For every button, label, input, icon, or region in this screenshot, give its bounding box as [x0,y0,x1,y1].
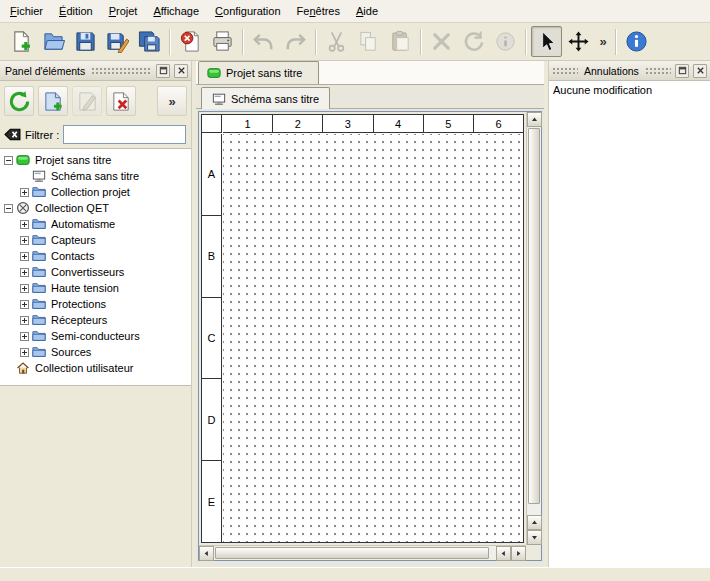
float-undo-button[interactable] [675,64,689,78]
expand-icon[interactable] [20,220,29,229]
hscroll-thumb[interactable] [215,547,489,559]
delete-element-icon [110,90,133,113]
tree-item-collection-qet[interactable]: Collection QET [0,200,191,216]
elements-panel-titlebar[interactable]: Panel d'éléments [0,61,191,81]
diagram-paper[interactable]: 123456 ABCDE [201,114,524,543]
expand-icon[interactable] [20,236,29,245]
undo-list: Aucune modification [549,81,710,567]
scroll-right-icon[interactable] [511,546,526,561]
scroll-down-icon[interactable] [527,530,542,545]
filter-input[interactable] [63,125,186,144]
undo-list-item[interactable]: Aucune modification [549,81,710,97]
tree-item-contacts[interactable]: Contacts [0,248,191,264]
about-qet-button[interactable] [621,26,652,57]
tree-item-haute-tension[interactable]: Haute tension [0,280,191,296]
expand-icon[interactable] [20,268,29,277]
new-doc-icon [10,30,33,53]
reload-collections-button[interactable] [4,86,34,116]
tree-item-recepteurs[interactable]: Récepteurs [0,312,191,328]
expand-icon[interactable] [20,348,29,357]
paste-button[interactable] [385,26,416,57]
paste-icon [389,30,412,53]
column-headers: 123456 [223,115,523,133]
tree-item-semi-conducteurs[interactable]: Semi-conducteurs [0,328,191,344]
tree-item-convertisseurs[interactable]: Convertisseurs [0,264,191,280]
expand-icon[interactable] [20,316,29,325]
tab-schema[interactable]: Schéma sans titre [201,87,330,109]
row-header-d: D [202,379,221,461]
folder-icon [32,345,46,359]
undo-panel-titlebar[interactable]: Annulations [549,61,710,81]
diagram-grid[interactable] [223,134,523,542]
save-all-button[interactable] [134,26,165,57]
horizontal-scrollbar[interactable] [199,545,526,560]
close-panel-button[interactable] [174,64,188,78]
tree-item-automatisme[interactable]: Automatisme [0,216,191,232]
delete-selection-button[interactable] [426,26,457,57]
redo-button[interactable] [280,26,311,57]
project-icon [207,66,221,80]
menu-edition[interactable]: Édition [51,2,101,20]
tree-item-label: Collection QET [33,202,111,214]
tree-item-sources[interactable]: Sources [0,344,191,360]
hscroll-track[interactable] [214,546,496,560]
float-panel-button[interactable] [156,64,170,78]
tree-item-schema-sans-titre[interactable]: Schéma sans titre [0,168,191,184]
menu-fichier[interactable]: Fichier [2,2,51,20]
edit-element-button[interactable] [72,86,102,116]
elements-toolbar-overflow-button[interactable]: » [157,86,187,116]
rotate-selection-button[interactable] [458,26,489,57]
filter-row: Filtrer : [0,118,191,148]
tree-item-label: Projet sans titre [33,154,113,166]
vscroll-track[interactable] [527,127,541,515]
close-undo-button[interactable] [693,64,707,78]
expand-icon[interactable] [20,188,29,197]
new-element-button[interactable] [38,86,68,116]
new-project-button[interactable] [6,26,37,57]
menu-projet[interactable]: Projet [101,2,146,20]
tree-item-collection-projet[interactable]: Collection projet [0,184,191,200]
expand-icon[interactable] [20,252,29,261]
selection-properties-button[interactable] [490,26,521,57]
info-blue-icon [625,30,648,53]
vscroll-thumb[interactable] [528,128,540,504]
open-project-button[interactable] [38,26,69,57]
move-icon [567,30,590,53]
scroll-up2-icon[interactable] [527,515,542,530]
expand-icon[interactable] [20,284,29,293]
menu-fenetres[interactable]: Fenêtres [289,2,348,20]
menu-affichage[interactable]: Affichage [145,2,207,20]
menu-configuration[interactable]: Configuration [207,2,288,20]
vertical-scrollbar[interactable] [526,112,541,545]
cut-button[interactable] [321,26,352,57]
expand-icon[interactable] [20,300,29,309]
elements-panel-empty [0,386,191,567]
copy-icon [357,30,380,53]
menu-aide[interactable]: Aide [348,2,386,20]
tree-item-capteurs[interactable]: Capteurs [0,232,191,248]
selection-mode-button[interactable] [531,26,562,57]
visualisation-mode-button[interactable] [563,26,594,57]
scroll-up-icon[interactable] [527,112,542,127]
tab-project[interactable]: Projet sans titre [198,61,319,84]
collapse-icon[interactable] [4,156,13,165]
tree-item-protections[interactable]: Protections [0,296,191,312]
clear-filter-icon[interactable] [4,126,21,143]
expand-icon[interactable] [20,332,29,341]
row-header-a: A [202,134,221,216]
delete-element-button[interactable] [106,86,136,116]
undo-button[interactable] [248,26,279,57]
scroll-left2-icon[interactable] [496,546,511,561]
toolbar-overflow-button[interactable]: » [595,26,611,57]
print-icon [211,30,234,53]
print-button[interactable] [207,26,238,57]
collapse-icon[interactable] [4,204,13,213]
save-project-button[interactable] [70,26,101,57]
save-project-as-button[interactable] [102,26,133,57]
tree-item-label: Schéma sans titre [49,170,141,182]
scroll-left-icon[interactable] [199,546,214,561]
copy-button[interactable] [353,26,384,57]
tree-item-projet-sans-titre[interactable]: Projet sans titre [0,152,191,168]
close-file-button[interactable] [175,26,206,57]
tree-item-collection-utilisateur[interactable]: Collection utilisateur [0,360,191,376]
